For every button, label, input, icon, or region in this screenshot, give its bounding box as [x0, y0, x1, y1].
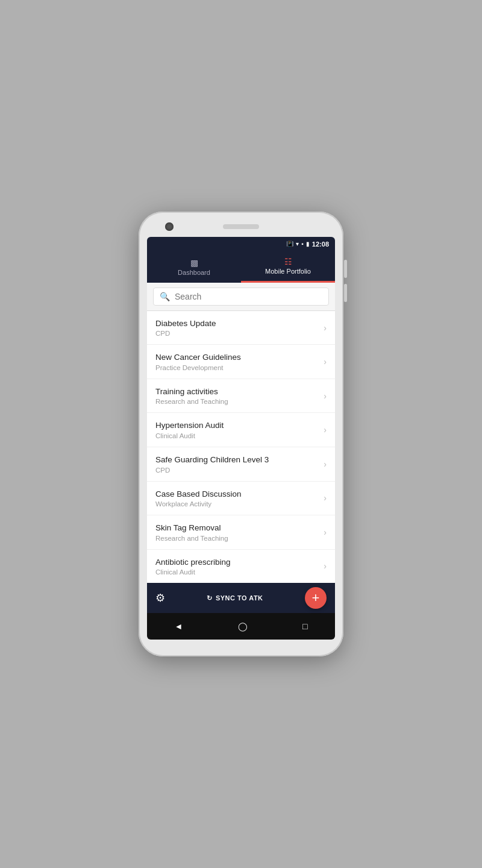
home-button[interactable]: ◯	[238, 621, 248, 631]
list-item-subtitle: Research and Teaching	[155, 398, 319, 405]
tab-portfolio[interactable]: ☷ Mobile Portfolio	[241, 251, 335, 283]
list-item-title: Hypertension Audit	[155, 420, 319, 431]
list-item[interactable]: Training activities Research and Teachin…	[147, 379, 335, 414]
list-item-title: Safe Guarding Children Level 3	[155, 454, 319, 465]
chevron-right-icon: ›	[324, 323, 327, 333]
signal-icon: ▪	[301, 241, 304, 247]
vibrate-icon: 📳	[286, 241, 293, 247]
chevron-right-icon: ›	[324, 527, 327, 537]
status-time: 12:08	[312, 241, 329, 248]
battery-icon: ▮	[306, 241, 310, 247]
list-item-title: Training activities	[155, 386, 319, 397]
list-item-text: Skin Tag Removal Research and Teaching	[155, 523, 319, 542]
chevron-right-icon: ›	[324, 425, 327, 435]
tab-bar: ▩ Dashboard ☷ Mobile Portfolio	[147, 251, 335, 283]
tab-portfolio-label: Mobile Portfolio	[265, 268, 311, 275]
list-item-text: Training activities Research and Teachin…	[155, 386, 319, 406]
chevron-right-icon: ›	[324, 561, 327, 571]
list-item-title: Antibiotic prescribing	[155, 557, 319, 568]
settings-button[interactable]: ⚙	[155, 591, 165, 605]
chevron-right-icon: ›	[324, 459, 327, 469]
list-item[interactable]: Hypertension Audit Clinical Audit ›	[147, 413, 335, 447]
list-item-text: Case Based Discussion Workplace Activity	[155, 489, 319, 508]
plus-icon: +	[312, 590, 320, 606]
wifi-icon: ▾	[296, 241, 299, 247]
chevron-right-icon: ›	[324, 391, 327, 401]
chevron-right-icon: ›	[324, 357, 327, 366]
sync-label: SYNC TO ATK	[216, 594, 263, 602]
phone-top-bar	[147, 222, 335, 231]
list-item[interactable]: Skin Tag Removal Research and Teaching ›	[147, 515, 335, 550]
list-item-text: Antibiotic prescribing Clinical Audit	[155, 557, 319, 576]
list-item-text: Diabetes Update CPD	[155, 318, 319, 338]
list-item-subtitle: Clinical Audit	[155, 568, 319, 576]
chevron-right-icon: ›	[324, 493, 327, 503]
add-button[interactable]: +	[305, 587, 327, 609]
sync-icon: ↻	[207, 594, 213, 602]
list-item-title: New Cancer Guidelines	[155, 352, 319, 363]
bottom-toolbar: ⚙ ↻ SYNC TO ATK +	[147, 583, 335, 613]
list-item-subtitle: Clinical Audit	[155, 432, 319, 439]
speaker	[223, 224, 259, 229]
android-nav-bar: ◄ ◯ □	[147, 613, 335, 640]
dashboard-icon: ▩	[190, 258, 198, 268]
list-item[interactable]: Case Based Discussion Workplace Activity…	[147, 482, 335, 516]
list-item-title: Skin Tag Removal	[155, 523, 319, 533]
phone-device: 📳 ▾ ▪ ▮ 12:08 ▩ Dashboard ☷ Mobile Portf…	[139, 212, 343, 656]
portfolio-icon: ☷	[284, 257, 292, 266]
list-item[interactable]: Diabetes Update CPD ›	[147, 311, 335, 345]
tab-dashboard-label: Dashboard	[178, 269, 210, 276]
list-item-title: Diabetes Update	[155, 318, 319, 329]
status-icons: 📳 ▾ ▪ ▮ 12:08	[286, 241, 329, 248]
search-bar: 🔍	[147, 283, 335, 311]
volume-button	[344, 260, 347, 278]
list-container: Diabetes Update CPD › New Cancer Guideli…	[147, 311, 335, 583]
phone-screen: 📳 ▾ ▪ ▮ 12:08 ▩ Dashboard ☷ Mobile Portf…	[147, 237, 335, 640]
recents-button[interactable]: □	[302, 621, 307, 631]
camera	[165, 222, 174, 231]
list-item[interactable]: Safe Guarding Children Level 3 CPD ›	[147, 447, 335, 482]
list-item[interactable]: Antibiotic prescribing Clinical Audit ›	[147, 550, 335, 583]
status-bar: 📳 ▾ ▪ ▮ 12:08	[147, 237, 335, 251]
list-item-text: Safe Guarding Children Level 3 CPD	[155, 454, 319, 474]
sync-button[interactable]: ↻ SYNC TO ATK	[165, 594, 305, 602]
search-icon: 🔍	[160, 292, 170, 301]
search-input[interactable]	[175, 292, 322, 301]
tab-dashboard[interactable]: ▩ Dashboard	[147, 251, 241, 283]
power-button	[344, 284, 347, 302]
list-item-subtitle: Practice Development	[155, 364, 319, 371]
search-input-wrap[interactable]: 🔍	[153, 288, 329, 306]
list-item-subtitle: Research and Teaching	[155, 535, 319, 542]
list-item-subtitle: Workplace Activity	[155, 500, 319, 508]
list-item-text: Hypertension Audit Clinical Audit	[155, 420, 319, 439]
list-item-subtitle: CPD	[155, 330, 319, 337]
list-item-subtitle: CPD	[155, 467, 319, 474]
list-item[interactable]: New Cancer Guidelines Practice Developme…	[147, 345, 335, 379]
list-item-title: Case Based Discussion	[155, 489, 319, 500]
back-button[interactable]: ◄	[175, 621, 183, 631]
list-item-text: New Cancer Guidelines Practice Developme…	[155, 352, 319, 371]
